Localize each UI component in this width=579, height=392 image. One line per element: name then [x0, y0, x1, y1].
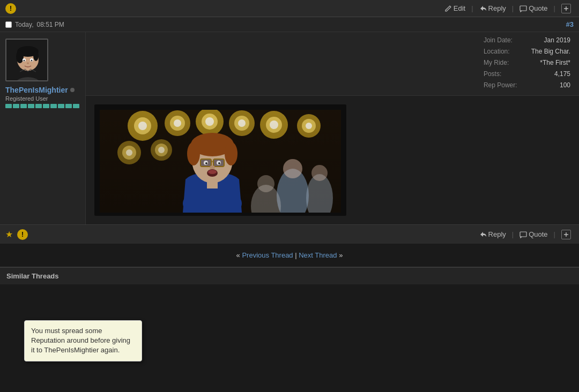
post-body-wrap: ThePenIsMightier Registered User Join Da… — [0, 32, 579, 224]
reply-label-top: Reply — [488, 4, 506, 12]
reply-icon-bottom — [479, 231, 487, 238]
post-number: #3 — [566, 20, 574, 28]
date-icon — [5, 21, 12, 28]
nav-prefix: « — [236, 251, 240, 259]
my-ride-label: My Ride: — [484, 59, 509, 66]
quote-button-bottom[interactable]: Quote — [517, 229, 550, 239]
warn-icon-bottom[interactable]: ! — [17, 229, 28, 240]
online-indicator — [70, 88, 75, 92]
stats-location: Location: The Big Char. — [484, 48, 570, 55]
svg-point-11 — [31, 60, 33, 62]
svg-rect-0 — [520, 6, 526, 11]
reputation-tooltip: You must spread some Reputation around b… — [24, 320, 142, 361]
top-toolbar: ! Edit | Reply | Quote | — [0, 0, 579, 17]
sep-footer-2: | — [554, 230, 555, 238]
rep-pip-5 — [35, 104, 42, 108]
gif-svg — [100, 110, 341, 213]
warn-icon[interactable]: ! — [5, 3, 16, 14]
add-icon-top — [561, 4, 571, 13]
user-title: Registered User — [5, 95, 48, 102]
rep-pip-7 — [50, 104, 57, 108]
sep-footer-1: | — [512, 230, 514, 238]
post-footer: ★ ! Reply | Quote | — [0, 224, 579, 244]
next-thread-link[interactable]: Next Thread — [299, 251, 337, 259]
post-image-container — [94, 104, 346, 216]
join-date-value: Jan 2019 — [544, 36, 570, 44]
stats-columns: Join Date: Jan 2019 Location: The Big Ch… — [484, 36, 570, 91]
svg-point-12 — [27, 63, 29, 64]
post-gif — [100, 110, 341, 213]
quote-icon-top — [519, 5, 527, 12]
toolbar-right: Edit | Reply | Quote | — [442, 3, 574, 14]
toolbar-left: ! — [5, 3, 16, 14]
add-icon-bottom — [561, 230, 571, 239]
post-content — [86, 96, 579, 224]
rep-pip-2 — [13, 104, 19, 108]
my-ride-value: *The First* — [540, 59, 570, 66]
rep-bar — [5, 104, 79, 108]
avatar — [5, 39, 48, 81]
user-sidebar: ThePenIsMightier Registered User — [0, 32, 86, 224]
rep-pip-1 — [5, 104, 12, 108]
quote-button-top[interactable]: Quote — [517, 3, 550, 13]
navigation-row: « Previous Thread | Next Thread » — [0, 244, 579, 267]
footer-left: ★ ! — [5, 229, 28, 240]
quote-label-bottom: Quote — [529, 230, 547, 238]
add-button-bottom[interactable] — [559, 229, 574, 240]
svg-rect-63 — [100, 110, 341, 213]
date-label: Today, — [15, 21, 33, 28]
svg-point-10 — [24, 60, 25, 62]
rep-pip-10 — [73, 104, 79, 108]
reply-icon-top — [479, 5, 487, 12]
post-date: Today, 08:51 PM — [5, 21, 64, 28]
nav-suffix: » — [339, 251, 343, 259]
stats-rep-power: Rep Power: 100 — [484, 81, 570, 89]
sep3: | — [554, 4, 555, 12]
rep-pip-9 — [65, 104, 72, 108]
time-label: 08:51 PM — [36, 21, 64, 28]
rep-pip-6 — [43, 104, 49, 108]
rep-power-value: 100 — [560, 81, 570, 89]
username-text: ThePenIsMightier — [5, 86, 68, 94]
posts-value: 4,175 — [554, 70, 570, 78]
edit-label: Edit — [454, 4, 465, 12]
username: ThePenIsMightier — [5, 86, 75, 94]
stats-ride: My Ride: *The First* — [484, 59, 570, 66]
sep2: | — [512, 4, 514, 12]
plus-icon-bottom — [563, 231, 569, 238]
plus-icon — [563, 5, 569, 12]
post-header: Today, 08:51 PM #3 — [0, 17, 579, 32]
reply-label-bottom: Reply — [488, 230, 506, 238]
sep1: | — [471, 4, 473, 12]
reply-button-top[interactable]: Reply — [477, 3, 509, 13]
join-date-label: Join Date: — [484, 36, 513, 44]
svg-point-6 — [16, 50, 24, 63]
add-button-top[interactable] — [559, 3, 574, 14]
stats-panel: Join Date: Jan 2019 Location: The Big Ch… — [86, 32, 579, 96]
rep-pip-4 — [28, 104, 34, 108]
footer-right: Reply | Quote | — [477, 229, 574, 240]
tooltip-text: You must spread some Reputation around b… — [31, 327, 130, 354]
similar-threads-label: Similar Threads — [6, 272, 59, 280]
rep-pip-3 — [20, 104, 27, 108]
edit-button[interactable]: Edit — [442, 3, 468, 13]
stats-posts: Posts: 4,175 — [484, 70, 570, 78]
rep-power-label: Rep Power: — [484, 81, 517, 89]
posts-label: Posts: — [484, 70, 501, 78]
quote-label-top: Quote — [529, 4, 547, 12]
reply-button-bottom[interactable]: Reply — [477, 229, 509, 239]
star-icon[interactable]: ★ — [5, 229, 13, 239]
location-value: The Big Char. — [531, 48, 570, 55]
quote-icon-bottom — [519, 231, 527, 238]
svg-rect-64 — [520, 232, 526, 237]
edit-icon — [444, 5, 452, 12]
avatar-image — [6, 40, 48, 81]
previous-thread-link[interactable]: Previous Thread — [242, 251, 293, 259]
rep-pip-8 — [58, 104, 64, 108]
location-label: Location: — [484, 48, 510, 55]
similar-threads-header: Similar Threads — [0, 267, 579, 284]
svg-point-7 — [33, 50, 39, 61]
stats-join-date: Join Date: Jan 2019 — [484, 36, 570, 44]
